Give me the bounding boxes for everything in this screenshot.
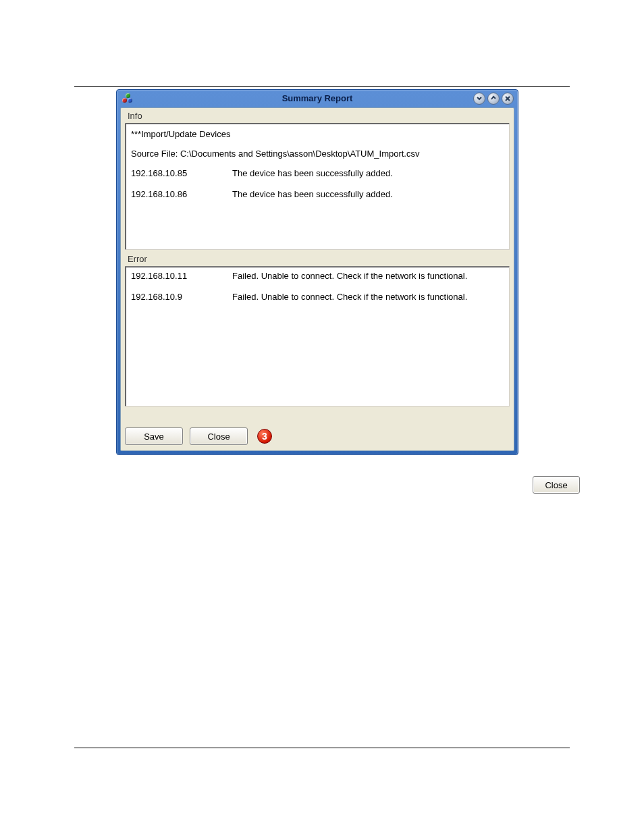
info-section-label: Info <box>121 108 514 123</box>
info-header-text: ***Import/Update Devices <box>131 129 504 139</box>
app-icon <box>122 93 133 104</box>
info-message: The device has been successfully added. <box>232 189 504 199</box>
info-ip: 192.168.10.86 <box>131 189 232 199</box>
error-ip: 192.168.10.9 <box>131 292 232 302</box>
floating-close-wrapper: Close <box>533 476 580 494</box>
error-section-label: Error <box>121 250 514 266</box>
close-icon[interactable] <box>502 93 514 105</box>
info-panel: ***Import/Update Devices Source File: C:… <box>125 123 510 250</box>
error-row: 192.168.10.9 Failed. Unable to connect. … <box>131 292 504 302</box>
maximize-icon[interactable] <box>487 93 500 105</box>
close-button[interactable]: Close <box>190 427 248 445</box>
page-divider-top <box>74 86 570 87</box>
minimize-icon[interactable] <box>473 93 485 105</box>
info-row: 192.168.10.86 The device has been succes… <box>131 189 504 199</box>
info-row: 192.168.10.85 The device has been succes… <box>131 168 504 178</box>
error-row: 192.168.10.11 Failed. Unable to connect.… <box>131 271 504 281</box>
error-message: Failed. Unable to connect. Check if the … <box>232 292 504 302</box>
window-title: Summary Report <box>117 93 518 103</box>
title-bar[interactable]: Summary Report <box>117 90 518 107</box>
error-ip: 192.168.10.11 <box>131 271 232 281</box>
error-panel: 192.168.10.11 Failed. Unable to connect.… <box>125 266 510 407</box>
info-ip: 192.168.10.85 <box>131 168 232 178</box>
step-callout-3: 3 <box>257 429 272 444</box>
info-message: The device has been successfully added. <box>232 168 504 178</box>
close-button-floating[interactable]: Close <box>533 476 580 494</box>
dialog-body: Info ***Import/Update Devices Source Fil… <box>120 107 514 451</box>
dialog-button-row: Save Close 3 <box>125 427 272 445</box>
error-message: Failed. Unable to connect. Check if the … <box>232 271 504 281</box>
page-divider-bottom <box>74 748 570 748</box>
save-button[interactable]: Save <box>125 427 183 445</box>
window-controls <box>473 93 514 105</box>
info-source-file: Source File: C:\Documents and Settings\a… <box>131 149 504 159</box>
summary-report-dialog: Summary Report Info ***Import/Update Dev… <box>116 89 518 455</box>
